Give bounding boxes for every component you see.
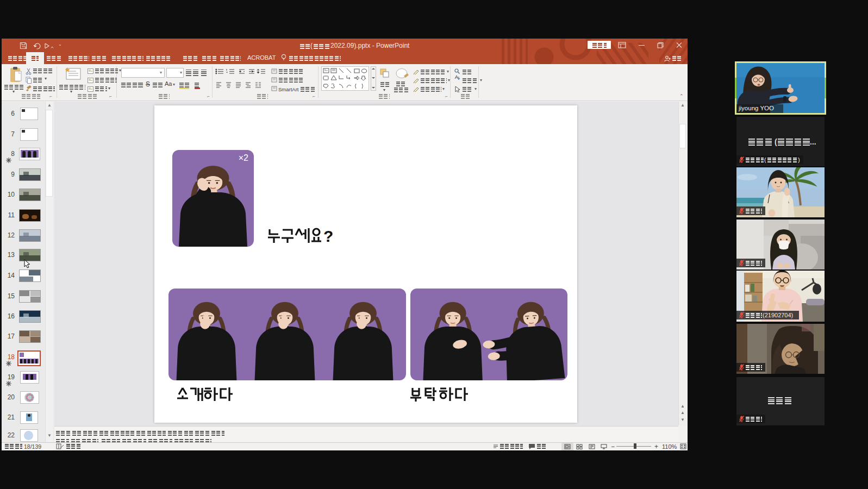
svg-text:?: ? (323, 227, 333, 243)
